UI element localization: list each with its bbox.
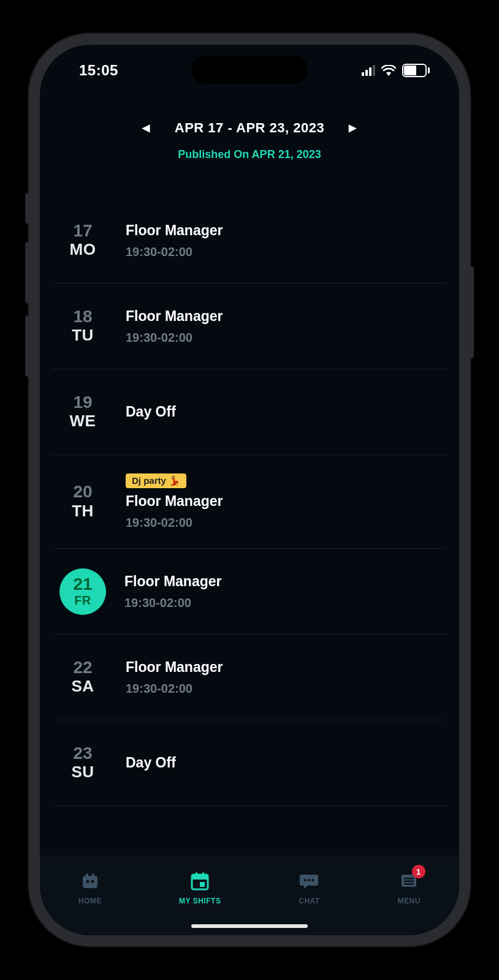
home-indicator[interactable] (191, 924, 308, 928)
shift-row[interactable]: 22SAFloor Manager19:30-02:00 (52, 635, 447, 720)
day-abbr: MO (58, 240, 107, 259)
tab-label: CHAT (299, 897, 319, 905)
my-shifts-icon (189, 870, 211, 892)
day-column: 19WE (58, 393, 107, 431)
shift-row[interactable]: 18TUFloor Manager19:30-02:00 (52, 284, 447, 369)
tab-menu[interactable]: MENU1 (398, 870, 421, 905)
phone-side-button (25, 193, 29, 224)
day-number: 17 (58, 222, 107, 241)
day-column: 21FR (59, 568, 106, 615)
svg-rect-7 (196, 872, 197, 877)
day-abbr: FR (74, 594, 91, 608)
shift-time: 19:30-02:00 (126, 331, 441, 345)
shift-time: 19:30-02:00 (126, 682, 441, 696)
tab-badge: 1 (412, 865, 425, 878)
shift-time: 19:30-02:00 (124, 596, 441, 610)
shift-title: Floor Manager (124, 573, 441, 590)
shift-title: Floor Manager (126, 308, 441, 325)
shift-row[interactable]: 17MOFloor Manager19:30-02:00 (52, 198, 447, 284)
svg-point-10 (304, 879, 307, 881)
status-time: 15:05 (79, 62, 118, 79)
battery-level: 58 (403, 65, 425, 76)
day-abbr: WE (58, 412, 107, 431)
shift-badge: Dj party 💃 (126, 473, 186, 488)
day-number: 18 (58, 307, 107, 326)
shift-row[interactable]: 23SUDay Off (52, 720, 447, 806)
day-number: 19 (58, 393, 107, 412)
day-number: 22 (58, 658, 107, 677)
svg-rect-15 (404, 881, 414, 883)
tab-my-shifts[interactable]: MY SHIFTS (179, 870, 221, 905)
battery-icon: 58 (402, 64, 430, 77)
phone-side-button (470, 266, 474, 358)
day-abbr: SU (58, 763, 107, 782)
shift-list[interactable]: 17MOFloor Manager19:30-02:0018TUFloor Ma… (40, 167, 459, 856)
tab-label: HOME (78, 897, 102, 905)
svg-rect-14 (404, 878, 414, 880)
day-column: 23SU (58, 744, 107, 782)
published-label: Published On APR 21, 2023 (52, 148, 447, 161)
shift-title: Floor Manager (126, 659, 441, 676)
tab-bar: HOMEMY SHIFTSCHATMENU1 (40, 856, 459, 935)
notch (191, 56, 308, 84)
shift-info: Floor Manager19:30-02:00 (126, 659, 441, 696)
svg-point-11 (308, 879, 310, 881)
shift-title: Day Off (126, 755, 441, 771)
shift-info: Floor Manager19:30-02:00 (126, 222, 441, 259)
shift-info: Dj party 💃Floor Manager19:30-02:00 (126, 473, 441, 530)
tab-home[interactable]: HOME (78, 870, 102, 905)
day-number: 21 (73, 575, 92, 594)
tab-label: MY SHIFTS (179, 897, 221, 905)
shift-info: Day Off (126, 404, 441, 420)
phone-frame: 15:05 58 (29, 34, 470, 946)
day-column: 20TH (58, 483, 107, 521)
status-icons: 58 (362, 64, 430, 77)
shift-row[interactable]: 19WEDay Off (52, 369, 447, 455)
day-column: 22SA (58, 658, 107, 696)
date-range: APR 17 - APR 23, 2023 (175, 120, 324, 136)
shift-time: 19:30-02:00 (126, 516, 441, 530)
svg-point-12 (311, 879, 314, 881)
svg-rect-8 (202, 872, 204, 877)
week-header: ◀ APR 17 - APR 23, 2023 ▶ Published On A… (40, 96, 459, 167)
tab-label: MENU (398, 897, 421, 905)
svg-point-4 (91, 880, 94, 883)
svg-rect-2 (92, 873, 94, 877)
day-column: 18TU (58, 307, 107, 345)
phone-side-button (25, 315, 29, 377)
svg-rect-6 (192, 875, 208, 880)
prev-week-button[interactable]: ◀ (136, 118, 156, 137)
shift-title: Floor Manager (126, 222, 441, 239)
next-week-button[interactable]: ▶ (343, 118, 363, 137)
shift-title: Day Off (126, 404, 441, 420)
day-number: 20 (58, 483, 107, 502)
home-icon (79, 870, 101, 892)
chat-icon (298, 870, 320, 892)
day-abbr: TU (58, 326, 107, 345)
day-column: 17MO (58, 222, 107, 260)
shift-row[interactable]: 20THDj party 💃Floor Manager19:30-02:00 (52, 455, 447, 549)
shift-info: Day Off (126, 755, 441, 771)
day-abbr: SA (58, 677, 107, 696)
day-number: 23 (58, 744, 107, 763)
cellular-icon (362, 65, 375, 76)
wifi-icon (381, 65, 396, 76)
phone-side-button (25, 242, 29, 303)
tab-chat[interactable]: CHAT (298, 870, 320, 905)
shift-row[interactable]: 21FRFloor Manager19:30-02:00 (52, 549, 447, 635)
shift-info: Floor Manager19:30-02:00 (124, 573, 441, 610)
svg-rect-0 (83, 876, 97, 888)
day-abbr: TH (58, 502, 107, 521)
svg-rect-16 (404, 883, 414, 885)
shift-title: Floor Manager (126, 493, 441, 510)
shift-info: Floor Manager19:30-02:00 (126, 308, 441, 345)
svg-rect-9 (200, 882, 205, 887)
screen: 15:05 58 (40, 45, 459, 935)
svg-rect-1 (86, 873, 88, 877)
shift-time: 19:30-02:00 (126, 245, 441, 259)
svg-point-3 (86, 880, 90, 883)
